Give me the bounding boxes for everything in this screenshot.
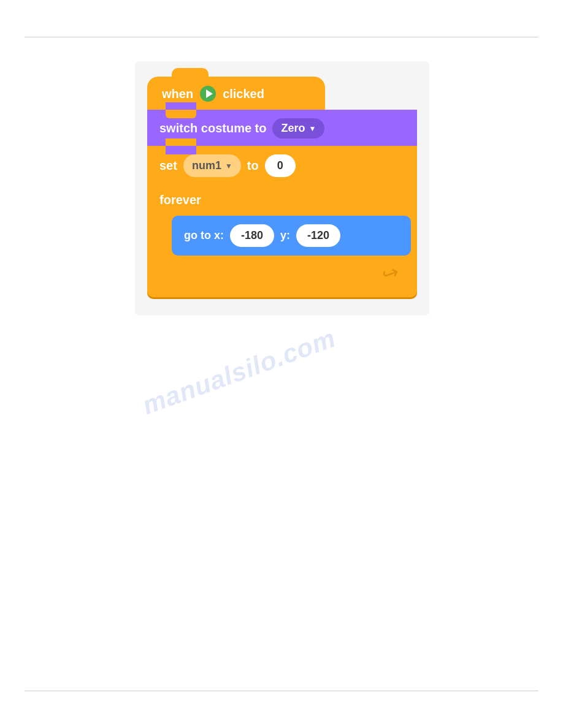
blocks-container: when clicked switch costume to Zero ▼ se… — [141, 67, 423, 309]
to-label: to — [247, 159, 259, 173]
y-value[interactable]: -120 — [296, 224, 340, 247]
green-flag-icon — [199, 85, 216, 102]
forever-label: forever — [159, 193, 201, 207]
forever-block[interactable]: forever go to x: -180 y: -120 ↩ — [147, 184, 417, 297]
y-label: y: — [280, 229, 290, 242]
top-divider — [25, 37, 538, 37]
bottom-divider — [25, 691, 538, 691]
goto-block[interactable]: go to x: -180 y: -120 — [172, 216, 411, 256]
costume-value: Zero — [281, 122, 305, 135]
variable-name: num1 — [192, 159, 221, 172]
loop-arrow-icon: ↩ — [378, 260, 402, 287]
scratch-blocks-area: when clicked switch costume to Zero ▼ se… — [135, 61, 429, 316]
watermark: manualsilo.com — [90, 304, 389, 440]
set-value[interactable]: 0 — [265, 154, 296, 177]
set-label: set — [159, 159, 177, 173]
clicked-label: clicked — [223, 87, 264, 101]
variable-dropdown[interactable]: num1 ▼ — [183, 154, 241, 177]
costume-dropdown-arrow: ▼ — [309, 124, 316, 133]
costume-dropdown[interactable]: Zero ▼ — [272, 118, 324, 138]
switch-costume-label: switch costume to — [159, 121, 266, 135]
goto-label: go to x: — [184, 229, 224, 242]
x-value[interactable]: -180 — [230, 224, 274, 247]
variable-arrow: ▼ — [225, 162, 232, 170]
when-label: when — [162, 87, 193, 101]
forever-footer: ↩ — [147, 262, 417, 285]
